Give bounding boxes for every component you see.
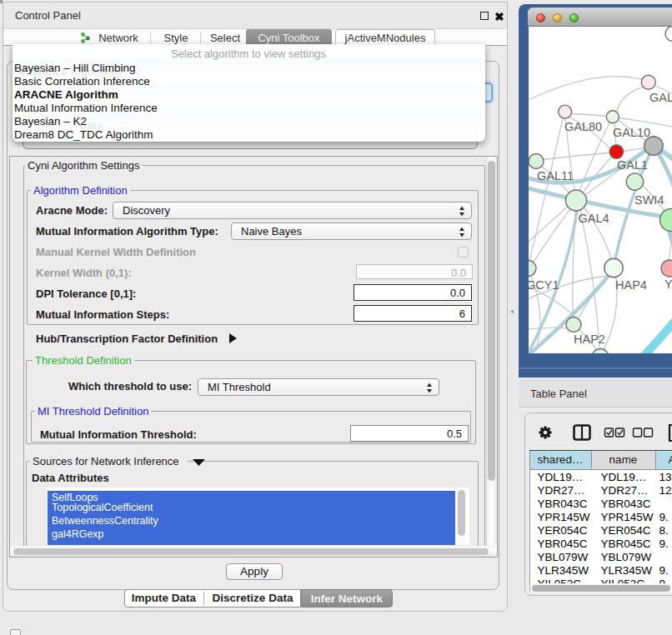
svg-text:GAL10: GAL10 [613,125,650,138]
svg-text:GAL2: GAL2 [649,90,672,103]
svg-text:HAP2: HAP2 [574,332,605,345]
svg-text:GAL4: GAL4 [579,211,609,224]
svg-text:HAP4: HAP4 [615,278,647,291]
svg-text:GAL11: GAL11 [537,169,574,182]
svg-text:GAL1: GAL1 [617,158,648,172]
svg-text:GCY1: GCY1 [529,278,559,291]
svg-text:SWI4: SWI4 [634,192,664,206]
svg-text:GAL80: GAL80 [564,119,602,132]
svg-text:YJ: YJ [664,277,672,290]
